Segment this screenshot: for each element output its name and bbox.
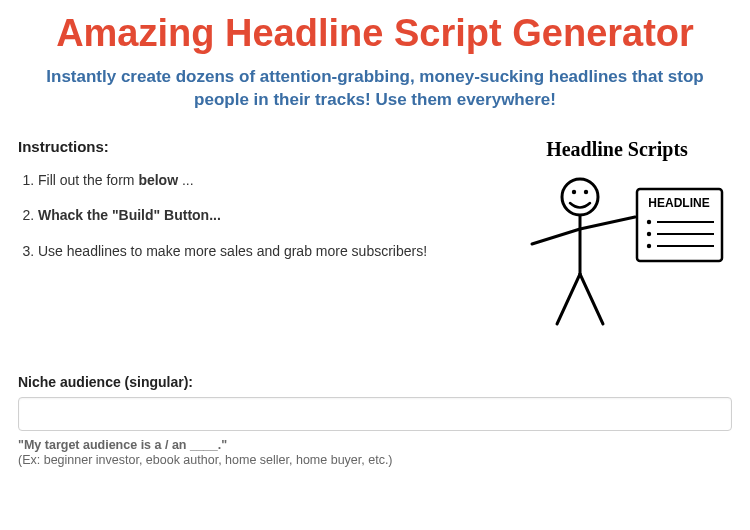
page-title: Amazing Headline Script Generator xyxy=(18,12,732,56)
svg-point-9 xyxy=(647,219,651,223)
instruction-1-prefix: Fill out the form xyxy=(38,172,138,188)
instruction-1-suffix: ... xyxy=(178,172,194,188)
headline-scripts-illustration: Headline Scripts HEADLINE xyxy=(502,134,732,334)
instruction-item-3: Use headlines to make more sales and gra… xyxy=(38,242,482,262)
svg-line-5 xyxy=(580,217,635,229)
instructions-section: Instructions: Fill out the form below ..… xyxy=(18,134,482,278)
svg-line-6 xyxy=(557,274,580,324)
instruction-2-text: Whack the "Build" Button... xyxy=(38,207,221,223)
instruction-1-bold: below xyxy=(138,172,178,188)
svg-point-11 xyxy=(647,231,651,235)
form-section: Niche audience (singular): "My target au… xyxy=(18,374,732,467)
svg-line-4 xyxy=(532,229,580,244)
instruction-item-2: Whack the "Build" Button... xyxy=(38,206,482,226)
niche-audience-input[interactable] xyxy=(18,397,732,431)
instructions-heading: Instructions: xyxy=(18,138,482,155)
niche-audience-label: Niche audience (singular): xyxy=(18,374,732,390)
svg-point-1 xyxy=(572,189,576,193)
svg-point-13 xyxy=(647,243,651,247)
niche-helper-bold: "My target audience is a / an ____." xyxy=(18,438,732,452)
svg-line-7 xyxy=(580,274,603,324)
page-subtitle: Instantly create dozens of attention-gra… xyxy=(35,66,715,112)
illustration-card-label: HEADLINE xyxy=(648,196,709,210)
illustration-title: Headline Scripts xyxy=(546,138,688,161)
instruction-item-1: Fill out the form below ... xyxy=(38,171,482,191)
niche-helper-example: (Ex: beginner investor, ebook author, ho… xyxy=(18,453,732,467)
svg-point-0 xyxy=(562,179,598,215)
svg-point-2 xyxy=(584,189,588,193)
